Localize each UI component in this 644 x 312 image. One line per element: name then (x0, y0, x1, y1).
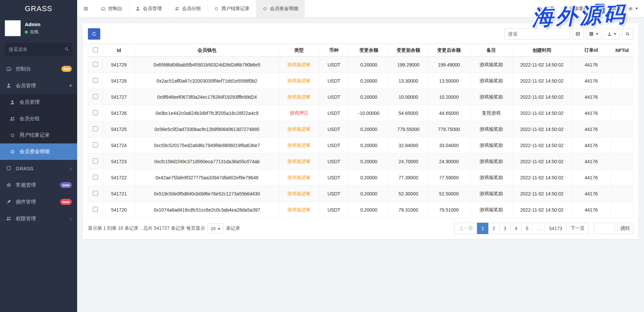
record-type: 游戏输进账 (279, 137, 319, 153)
settings-menu[interactable] (628, 6, 638, 11)
tab-label: 控制台 (108, 6, 122, 12)
sidebar-item-member-funds[interactable]: 会员资金明细 (0, 143, 77, 160)
created-at: 2022-11-02 14:50:02 (513, 89, 572, 105)
sidebar-item-permission-management[interactable]: 权限管理 ‹ (0, 210, 77, 227)
tab-member-groups[interactable]: 会员分组 (168, 0, 208, 17)
sidebar-item-user-settlement[interactable]: 用户结算记录 (0, 127, 77, 143)
sidebar-menu: 控制台 hot 会员管理 ▾ 会员管理 会员分组 用户结算 (0, 60, 77, 312)
main-area: 控制台 会员管理 会员分组 用户结算记录 会员资金明细 (77, 0, 644, 312)
nft-id (611, 153, 633, 170)
tab-member-management[interactable]: 会员管理 (129, 0, 168, 17)
order-id: 44176 (572, 153, 611, 170)
jump-button[interactable]: 跳转 (617, 223, 633, 234)
select-all-checkbox[interactable] (93, 47, 98, 52)
clear-cache-link[interactable]: 清除缓存 (562, 6, 588, 12)
sidebar-search-input[interactable] (5, 43, 72, 56)
page-button[interactable]: 上一页 (454, 223, 477, 234)
online-dot-icon (25, 31, 28, 34)
jump-page-input[interactable] (594, 223, 615, 234)
hot-badge: hot (61, 66, 72, 72)
page-button[interactable]: 2 (488, 223, 499, 234)
tab-console[interactable]: 控制台 (95, 0, 129, 17)
balance-after: 44.65000 (428, 105, 470, 121)
balance-after: 77.59000 (428, 170, 470, 186)
app-root: GRASS Admin 在线 控制台 hot (0, 0, 644, 312)
advanced-search-button[interactable] (622, 28, 633, 40)
sidebar-item-general-settings[interactable]: 常规管理 new (0, 177, 77, 193)
avatar (595, 4, 605, 14)
tab-member-funds[interactable]: 会员资金明细 (256, 0, 305, 17)
page-button[interactable]: 5 (521, 223, 533, 234)
sidebar-item-grass[interactable]: GRASS ‹ (0, 160, 77, 177)
user-menu[interactable]: Admin (595, 4, 621, 14)
sidebar-item-member-groups[interactable]: 会员分组 (0, 110, 77, 127)
sidebar-item-label: 用户结算记录 (19, 132, 72, 138)
row-checkbox[interactable] (93, 126, 98, 131)
page-button[interactable]: 4 (510, 223, 522, 234)
navbar-tabs: 控制台 会员管理 会员分组 用户结算记录 会员资金明细 (77, 0, 305, 17)
row-checkbox[interactable] (93, 207, 98, 212)
home-link[interactable]: 主页 (538, 6, 554, 12)
balance-after: 13.50000 (428, 73, 470, 89)
page-button[interactable]: 54173 (545, 223, 567, 234)
tab-label: 会员分组 (182, 6, 201, 12)
column-header: 变更后余额 (428, 44, 470, 57)
table-row: 5417260x0bc1e442c0a624b34bf7fc3f205a16c2… (88, 105, 633, 121)
record-type: 游戏输进账 (279, 153, 319, 170)
record-type: 游戏输进账 (279, 57, 319, 73)
wallet-address: 0x0bc1e442c0a624b34bf7fc3f205a16c28f22a4… (135, 105, 279, 121)
nft-id (611, 105, 633, 121)
created-at: 2022-11-02 14:50:02 (513, 105, 572, 121)
page-button[interactable]: ... (532, 223, 545, 234)
export-dropdown-button[interactable] (604, 28, 620, 40)
sidebar-item-console[interactable]: 控制台 hot (0, 60, 77, 77)
row-checkbox[interactable] (93, 191, 98, 196)
balance-before: 24.70000 (389, 153, 428, 170)
data-panel: Id会员钱包类型币种变更余额变更前余额变更后余额备注创建时间订单idNFTid … (83, 23, 639, 239)
row-id: 541727 (103, 89, 135, 105)
row-checkbox[interactable] (93, 175, 98, 180)
page-size-value: 10 (211, 226, 215, 231)
columns-dropdown-button[interactable] (586, 28, 602, 40)
page-button[interactable]: 1 (477, 223, 488, 234)
balance-before: 32.84000 (389, 137, 428, 153)
change-amount: 0.20000 (349, 137, 389, 153)
change-amount: 0.20000 (349, 57, 389, 73)
coin: USDT (319, 170, 349, 186)
row-checkbox[interactable] (93, 142, 98, 147)
sidebar-item-member-list[interactable]: 会员管理 (0, 94, 77, 110)
page-button[interactable]: 3 (499, 223, 511, 234)
sidebar-item-plugin-management[interactable]: 插件管理 new (0, 193, 77, 210)
sidebar-item-member-management[interactable]: 会员管理 ▾ (0, 77, 77, 94)
tab-user-settlement[interactable]: 用户结算记录 (208, 0, 256, 17)
sidebar-item-label: 会员资金明细 (19, 148, 72, 155)
row-checkbox[interactable] (93, 159, 98, 164)
caret-up-icon (218, 228, 220, 229)
row-id: 541721 (103, 186, 135, 202)
page-button[interactable]: 下一页 (566, 223, 589, 234)
row-checkbox[interactable] (93, 78, 98, 83)
row-checkbox[interactable] (93, 62, 98, 67)
toggle-view-button[interactable] (572, 28, 584, 40)
order-id: 44176 (572, 186, 611, 202)
remark: 游戏输奖励 (470, 73, 513, 89)
top-navbar: 控制台 会员管理 会员分组 用户结算记录 会员资金明细 (77, 0, 644, 17)
menu-toggle-icon[interactable] (77, 0, 95, 17)
order-id: 44176 (572, 202, 611, 218)
row-checkbox[interactable] (93, 94, 98, 99)
sidebar-item-label: 会员管理 (16, 83, 69, 89)
coin: USDT (319, 186, 349, 202)
balance-before: 52.30000 (389, 186, 428, 202)
row-checkbox[interactable] (93, 110, 98, 115)
sidebar-item-label: 会员分组 (19, 116, 72, 122)
circle-icon (214, 6, 219, 11)
refresh-button[interactable] (88, 28, 100, 40)
table-search-input[interactable] (504, 28, 570, 40)
gears-icon (5, 182, 12, 188)
row-id: 541722 (103, 170, 135, 186)
users-icon (9, 116, 16, 122)
page-size-dropdown[interactable]: 10 (207, 223, 223, 233)
column-header: Id (103, 44, 135, 57)
coin: USDT (319, 153, 349, 170)
created-at: 2022-11-02 14:50:02 (513, 73, 572, 89)
